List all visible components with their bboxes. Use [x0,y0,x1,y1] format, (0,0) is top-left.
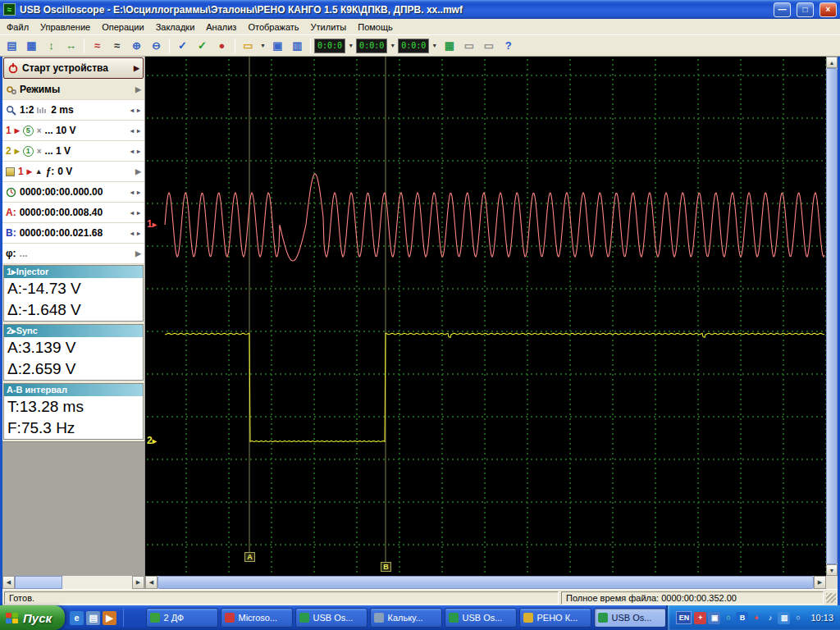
menu-item-Помощь[interactable]: Помощь [352,20,399,34]
marker-counter-1[interactable]: 0:0:0 [314,39,345,53]
marker-counter-2[interactable]: 0:0:0 [356,39,387,53]
sidebar-horizontal-scrollbar[interactable]: ◀ ▶ [2,576,145,589]
scroll-track[interactable] [62,576,132,589]
task-button-USB Os...[interactable]: USB Os... [295,608,368,628]
taskbar-clock[interactable]: 10:13 [810,613,833,623]
task-button-USB Os...[interactable]: USB Os... [445,608,517,628]
language-indicator[interactable]: EN [676,611,692,624]
marker-counter-1-dropdown-icon[interactable]: ▼ [346,38,355,54]
messenger-icon[interactable]: ○ [792,612,804,624]
zoom-in-button[interactable]: ⊕ [127,37,146,55]
verify-button[interactable]: ✓ [193,37,212,55]
marker-counter-3-dropdown-icon[interactable]: ▼ [430,38,439,54]
menu-item-Закладки[interactable]: Закладки [150,20,201,34]
phase-value[interactable]: ... [20,248,28,259]
task-button-USB Os...[interactable]: USB Os... [594,608,666,628]
fit-horizontal-button[interactable]: ↔ [62,37,80,55]
spin-left-button[interactable]: ◂ [130,107,135,114]
quicklaunch-media-player-icon[interactable]: ▶ [103,611,116,625]
scope-window-button[interactable]: ▦ [440,37,459,55]
zoom-out-button[interactable]: ⊖ [147,37,166,55]
view-split-button[interactable]: ▦ [22,37,41,55]
maximize-button[interactable]: □ [797,2,814,17]
scroll-right-button[interactable]: ▶ [132,576,144,589]
spin-left-button[interactable]: ◂ [130,127,135,135]
channel1-probe-icon[interactable]: 5 [23,126,34,136]
quicklaunch-show-desktop-icon[interactable]: ▤ [86,611,100,625]
channel2-probe-icon[interactable]: 1 [23,146,34,157]
channel1-coupling-icon[interactable]: × [37,126,42,135]
cursor-b-time[interactable]: 0000:00:00.021.68 [20,227,103,239]
trigger-level-value[interactable]: 0 V [57,166,72,177]
zoom-ratio-value[interactable]: 1:2 [20,104,34,116]
marker-counter-2-dropdown-icon[interactable]: ▼ [388,38,397,54]
scroll-right-button[interactable]: ▶ [814,576,826,589]
menu-item-Управление[interactable]: Управление [34,20,96,34]
cursor-B-handle[interactable]: B [381,562,391,572]
scope-area[interactable]: 1▸ 2▸ AB [145,57,826,576]
menu-item-Анализ[interactable]: Анализ [200,20,242,34]
display-settings-icon[interactable]: ▣ [708,612,720,624]
cursor-A-handle[interactable]: A [244,552,255,562]
spin-left-button[interactable]: ◂ [130,148,135,155]
time-position-value[interactable]: 0000:00:00.000.00 [20,186,103,198]
page-next-button[interactable]: ▭ [479,37,498,55]
quicklaunch-internet-explorer-icon[interactable]: e [70,611,84,625]
start-button[interactable]: Пуск [0,605,65,630]
menu-item-Отображать[interactable]: Отображать [242,20,304,34]
accept-marks-button[interactable]: ✓ [173,37,192,55]
scope-vertical-scrollbar[interactable]: ▲ ▼ [826,57,838,576]
scroll-left-button[interactable]: ◀ [2,576,15,589]
open-report-dropdown-icon[interactable]: ▼ [258,38,267,54]
close-button[interactable]: × [819,2,837,17]
task-button-Кальку...[interactable]: Кальку... [370,608,442,628]
channel2-zero-marker[interactable]: 2▸ [147,436,157,446]
cursor-a-time[interactable]: 0000:00:00.008.40 [20,207,103,218]
vertical-scroll-thumb[interactable] [826,68,838,564]
wave-single-button[interactable]: ≈ [107,37,126,55]
minimize-button[interactable]: — [774,2,791,17]
spin-right-button[interactable]: ▸ [136,189,141,196]
spin-right-button[interactable]: ▸ [136,230,141,237]
safely-remove-icon[interactable]: ● [750,612,762,624]
menu-item-Утилиты[interactable]: Утилиты [305,20,353,34]
spin-left-button[interactable]: ◂ [130,209,135,217]
channel2-coupling-icon[interactable]: × [37,147,42,156]
task-button-2 ДФ[interactable]: 2 ДФ [146,608,218,628]
scope-horizontal-scrollbar[interactable]: ◀ ▶ [145,576,826,589]
scroll-left-button[interactable]: ◀ [145,576,158,589]
scroll-down-button[interactable]: ▼ [826,564,838,576]
wave-overlay-button[interactable]: ≈ [88,37,107,55]
antivirus-icon[interactable]: + [694,612,706,624]
bluetooth-icon[interactable]: B [736,612,748,624]
channel2-range-value[interactable]: ... 1 V [45,145,71,157]
scroll-up-button[interactable]: ▲ [826,57,838,68]
spin-left-button[interactable]: ◂ [130,230,135,237]
open-report-button[interactable]: ▭ [239,37,258,55]
trigger-source-icon[interactable] [6,167,15,176]
record-marker-button[interactable]: ● [212,37,231,55]
task-button-РЕНО К...[interactable]: РЕНО К... [519,608,591,628]
sidebar-scroll-thumb[interactable] [15,576,62,589]
spin-right-button[interactable]: ▸ [136,148,141,155]
volume-icon[interactable]: ♪ [764,612,776,624]
menu-item-Операции[interactable]: Операции [96,20,149,34]
device-start-button[interactable]: Старт устройства ▶ [3,57,144,79]
channel1-range-value[interactable]: ... 10 V [45,125,76,136]
view-panels-button[interactable]: ▤ [2,37,21,55]
timebase-value[interactable]: 2 ms [51,104,73,116]
spin-right-button[interactable]: ▸ [136,209,141,217]
sync-icon[interactable]: ○ [722,612,734,624]
modes-row[interactable]: Режимы ▶ [2,80,144,100]
page-prev-button[interactable]: ▭ [459,37,478,55]
spin-left-button[interactable]: ◂ [130,189,135,196]
spin-right-button[interactable]: ▸ [136,127,141,135]
trigger-edge-icon[interactable]: ▲ [35,167,43,176]
copy-view-button[interactable]: ▥ [288,37,307,55]
menu-item-Файл[interactable]: Файл [1,20,34,34]
channel1-zero-marker[interactable]: 1▸ [147,219,157,230]
fit-vertical-button[interactable]: ↕ [42,37,61,55]
scope-scroll-thumb[interactable] [158,576,814,589]
network-icon[interactable]: ▥ [778,612,790,624]
spin-right-button[interactable]: ▸ [136,107,141,114]
